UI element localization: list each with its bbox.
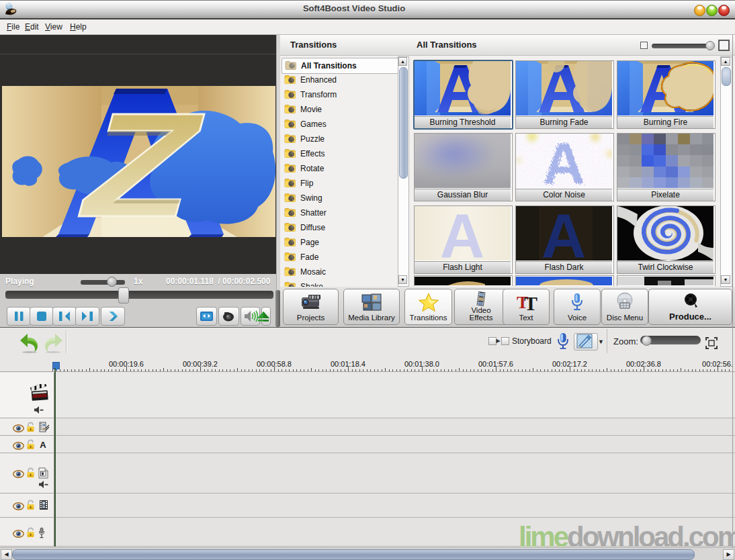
svg-text:A: A <box>40 440 46 449</box>
svg-text:T: T <box>524 292 537 312</box>
svg-text:A: A <box>542 206 586 261</box>
svg-text:A: A <box>440 206 484 261</box>
